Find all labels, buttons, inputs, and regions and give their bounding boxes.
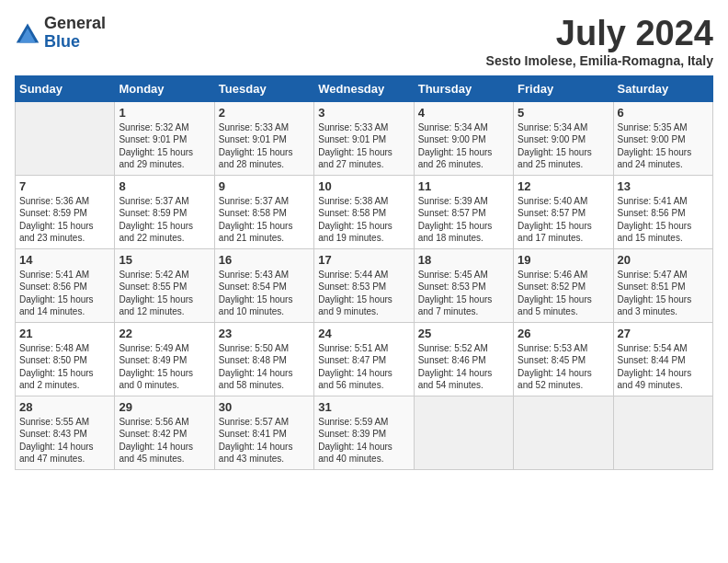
day-cell: 19Sunrise: 5:46 AM Sunset: 8:52 PM Dayli…	[514, 248, 613, 322]
day-info: Sunrise: 5:32 AM Sunset: 9:01 PM Dayligh…	[119, 121, 210, 171]
header-cell-friday: Friday	[514, 75, 613, 101]
day-number: 16	[219, 253, 310, 267]
title-block: July 2024 Sesto Imolese, Emilia-Romagna,…	[486, 15, 713, 68]
day-cell: 9Sunrise: 5:37 AM Sunset: 8:58 PM Daylig…	[214, 175, 313, 248]
day-cell: 30Sunrise: 5:57 AM Sunset: 8:41 PM Dayli…	[214, 396, 313, 469]
day-cell: 27Sunrise: 5:54 AM Sunset: 8:44 PM Dayli…	[613, 322, 712, 396]
day-cell: 31Sunrise: 5:59 AM Sunset: 8:39 PM Dayli…	[314, 396, 414, 469]
day-number: 14	[19, 253, 110, 267]
day-number: 1	[119, 106, 210, 120]
day-cell: 12Sunrise: 5:40 AM Sunset: 8:57 PM Dayli…	[514, 175, 613, 248]
day-info: Sunrise: 5:56 AM Sunset: 8:42 PM Dayligh…	[119, 416, 210, 465]
day-info: Sunrise: 5:48 AM Sunset: 8:50 PM Dayligh…	[19, 342, 110, 392]
calendar-header: SundayMondayTuesdayWednesdayThursdayFrid…	[16, 75, 713, 101]
day-info: Sunrise: 5:47 AM Sunset: 8:51 PM Dayligh…	[618, 269, 709, 318]
day-number: 28	[19, 400, 110, 414]
day-cell: 20Sunrise: 5:47 AM Sunset: 8:51 PM Dayli…	[613, 248, 712, 322]
day-number: 2	[219, 106, 310, 120]
day-cell: 26Sunrise: 5:53 AM Sunset: 8:45 PM Dayli…	[514, 322, 613, 396]
day-info: Sunrise: 5:50 AM Sunset: 8:48 PM Dayligh…	[219, 342, 310, 392]
day-info: Sunrise: 5:40 AM Sunset: 8:57 PM Dayligh…	[518, 195, 609, 245]
day-cell: 6Sunrise: 5:35 AM Sunset: 9:00 PM Daylig…	[613, 101, 712, 175]
header-cell-monday: Monday	[115, 75, 214, 101]
day-info: Sunrise: 5:55 AM Sunset: 8:43 PM Dayligh…	[19, 416, 110, 465]
day-cell: 7Sunrise: 5:36 AM Sunset: 8:59 PM Daylig…	[16, 175, 115, 248]
day-info: Sunrise: 5:57 AM Sunset: 8:41 PM Dayligh…	[219, 416, 310, 465]
day-cell: 16Sunrise: 5:43 AM Sunset: 8:54 PM Dayli…	[214, 248, 313, 322]
day-number: 22	[119, 327, 210, 340]
logo-blue-text: Blue	[44, 32, 80, 51]
day-cell: 4Sunrise: 5:34 AM Sunset: 9:00 PM Daylig…	[414, 101, 513, 175]
day-number: 7	[19, 179, 110, 193]
day-cell: 17Sunrise: 5:44 AM Sunset: 8:53 PM Dayli…	[314, 248, 414, 322]
day-info: Sunrise: 5:34 AM Sunset: 9:00 PM Dayligh…	[518, 121, 609, 171]
day-info: Sunrise: 5:59 AM Sunset: 8:39 PM Dayligh…	[318, 416, 409, 465]
location: Sesto Imolese, Emilia-Romagna, Italy	[486, 53, 713, 68]
header-cell-thursday: Thursday	[414, 75, 513, 101]
day-number: 20	[618, 253, 709, 267]
day-cell: 14Sunrise: 5:41 AM Sunset: 8:56 PM Dayli…	[16, 248, 115, 322]
day-cell: 24Sunrise: 5:51 AM Sunset: 8:47 PM Dayli…	[314, 322, 414, 396]
header-cell-wednesday: Wednesday	[314, 75, 414, 101]
day-info: Sunrise: 5:37 AM Sunset: 8:59 PM Dayligh…	[119, 195, 210, 245]
day-number: 5	[518, 106, 609, 120]
calendar-table: SundayMondayTuesdayWednesdayThursdayFrid…	[15, 75, 713, 470]
day-number: 13	[618, 179, 709, 193]
day-info: Sunrise: 5:43 AM Sunset: 8:54 PM Dayligh…	[219, 269, 310, 318]
day-cell: 5Sunrise: 5:34 AM Sunset: 9:00 PM Daylig…	[514, 101, 613, 175]
week-row-2: 7Sunrise: 5:36 AM Sunset: 8:59 PM Daylig…	[16, 175, 713, 248]
day-cell	[16, 101, 115, 175]
day-number: 17	[318, 253, 409, 267]
day-info: Sunrise: 5:46 AM Sunset: 8:52 PM Dayligh…	[518, 269, 609, 318]
week-row-5: 28Sunrise: 5:55 AM Sunset: 8:43 PM Dayli…	[16, 396, 713, 469]
day-number: 26	[518, 327, 609, 340]
calendar-body: 1Sunrise: 5:32 AM Sunset: 9:01 PM Daylig…	[16, 101, 713, 469]
day-number: 3	[318, 106, 409, 120]
day-cell: 8Sunrise: 5:37 AM Sunset: 8:59 PM Daylig…	[115, 175, 214, 248]
day-cell: 28Sunrise: 5:55 AM Sunset: 8:43 PM Dayli…	[16, 396, 115, 469]
day-cell: 22Sunrise: 5:49 AM Sunset: 8:49 PM Dayli…	[115, 322, 214, 396]
day-cell: 3Sunrise: 5:33 AM Sunset: 9:01 PM Daylig…	[314, 101, 414, 175]
day-cell	[514, 396, 613, 469]
logo-text: General Blue	[44, 15, 106, 52]
day-number: 4	[418, 106, 509, 120]
day-cell: 23Sunrise: 5:50 AM Sunset: 8:48 PM Dayli…	[214, 322, 313, 396]
day-cell	[613, 396, 712, 469]
day-info: Sunrise: 5:41 AM Sunset: 8:56 PM Dayligh…	[618, 195, 709, 245]
day-number: 29	[119, 400, 210, 414]
day-info: Sunrise: 5:33 AM Sunset: 9:01 PM Dayligh…	[219, 121, 310, 171]
logo-icon	[15, 20, 40, 46]
day-cell: 2Sunrise: 5:33 AM Sunset: 9:01 PM Daylig…	[214, 101, 313, 175]
day-info: Sunrise: 5:35 AM Sunset: 9:00 PM Dayligh…	[618, 121, 709, 171]
day-info: Sunrise: 5:45 AM Sunset: 8:53 PM Dayligh…	[418, 269, 509, 318]
day-cell: 13Sunrise: 5:41 AM Sunset: 8:56 PM Dayli…	[613, 175, 712, 248]
day-cell: 11Sunrise: 5:39 AM Sunset: 8:57 PM Dayli…	[414, 175, 513, 248]
logo: General Blue	[15, 15, 106, 52]
day-cell: 1Sunrise: 5:32 AM Sunset: 9:01 PM Daylig…	[115, 101, 214, 175]
day-number: 9	[219, 179, 310, 193]
day-number: 18	[418, 253, 509, 267]
week-row-3: 14Sunrise: 5:41 AM Sunset: 8:56 PM Dayli…	[16, 248, 713, 322]
day-info: Sunrise: 5:52 AM Sunset: 8:46 PM Dayligh…	[418, 342, 509, 392]
day-info: Sunrise: 5:42 AM Sunset: 8:55 PM Dayligh…	[119, 269, 210, 318]
day-cell: 21Sunrise: 5:48 AM Sunset: 8:50 PM Dayli…	[16, 322, 115, 396]
header-row: SundayMondayTuesdayWednesdayThursdayFrid…	[16, 75, 713, 101]
day-cell: 10Sunrise: 5:38 AM Sunset: 8:58 PM Dayli…	[314, 175, 414, 248]
day-number: 31	[318, 400, 409, 414]
page-header: General Blue July 2024 Sesto Imolese, Em…	[15, 15, 713, 68]
day-cell: 25Sunrise: 5:52 AM Sunset: 8:46 PM Dayli…	[414, 322, 513, 396]
day-cell: 29Sunrise: 5:56 AM Sunset: 8:42 PM Dayli…	[115, 396, 214, 469]
day-info: Sunrise: 5:54 AM Sunset: 8:44 PM Dayligh…	[618, 342, 709, 392]
day-info: Sunrise: 5:38 AM Sunset: 8:58 PM Dayligh…	[318, 195, 409, 245]
day-cell	[414, 396, 513, 469]
week-row-4: 21Sunrise: 5:48 AM Sunset: 8:50 PM Dayli…	[16, 322, 713, 396]
day-cell: 15Sunrise: 5:42 AM Sunset: 8:55 PM Dayli…	[115, 248, 214, 322]
day-info: Sunrise: 5:51 AM Sunset: 8:47 PM Dayligh…	[318, 342, 409, 392]
day-number: 21	[19, 327, 110, 340]
day-number: 27	[618, 327, 709, 340]
day-number: 30	[219, 400, 310, 414]
day-number: 10	[318, 179, 409, 193]
day-number: 12	[518, 179, 609, 193]
day-info: Sunrise: 5:53 AM Sunset: 8:45 PM Dayligh…	[518, 342, 609, 392]
day-info: Sunrise: 5:41 AM Sunset: 8:56 PM Dayligh…	[19, 269, 110, 318]
